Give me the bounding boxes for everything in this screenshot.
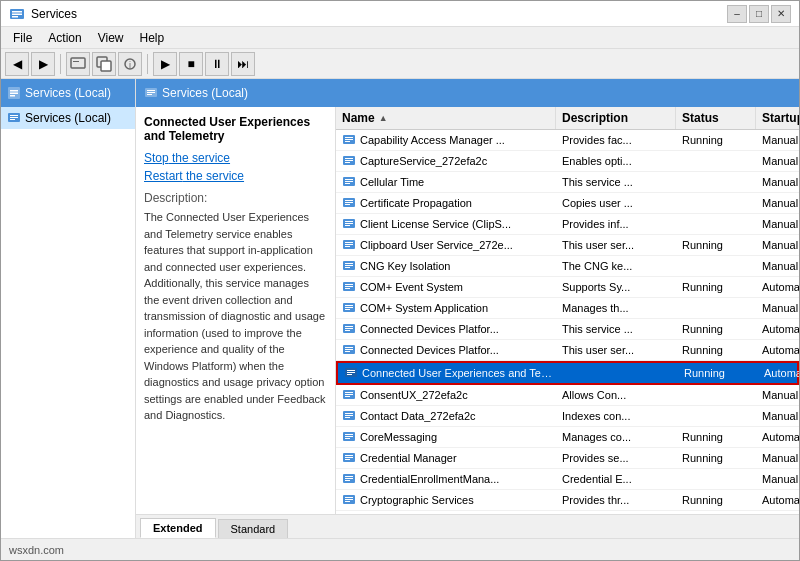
service-name: Credential Manager — [360, 452, 457, 464]
service-row-icon — [344, 366, 358, 380]
forward-button[interactable]: ▶ — [31, 52, 55, 76]
cell-name: CredentialEnrollmentMana... — [336, 469, 556, 489]
service-row-icon — [342, 133, 356, 147]
col-description[interactable]: Description — [556, 107, 676, 129]
svg-rect-72 — [345, 394, 353, 395]
svg-rect-7 — [101, 61, 111, 71]
svg-rect-63 — [345, 347, 353, 348]
col-status[interactable]: Status — [676, 107, 756, 129]
menu-help[interactable]: Help — [132, 29, 173, 47]
table-row[interactable]: Clipboard User Service_272e...This user … — [336, 235, 799, 256]
table-body[interactable]: Capability Access Manager ...Provides fa… — [336, 130, 799, 514]
table-row[interactable]: CoreMessagingManages co...RunningAutomat… — [336, 427, 799, 448]
minimize-button[interactable]: – — [727, 5, 747, 23]
properties-button[interactable]: i — [118, 52, 142, 76]
table-row[interactable]: COM+ Event SystemSupports Sy...RunningAu… — [336, 277, 799, 298]
window-title: Services — [31, 7, 77, 21]
menu-action[interactable]: Action — [40, 29, 89, 47]
table-row[interactable]: CredentialEnrollmentMana...Credential E.… — [336, 469, 799, 490]
cell-startup: Manual (Trig... — [756, 214, 799, 234]
service-row-icon — [342, 238, 356, 252]
table-row[interactable]: COM+ System ApplicationManages th...Manu… — [336, 298, 799, 319]
col-startup[interactable]: Startup Type — [756, 107, 799, 129]
tab-extended[interactable]: Extended — [140, 518, 216, 538]
table-row[interactable]: Certificate PropagationCopies user ...Ma… — [336, 193, 799, 214]
svg-rect-83 — [345, 455, 353, 456]
svg-rect-88 — [345, 478, 353, 479]
table-row[interactable]: Connected Devices Platfor...This service… — [336, 319, 799, 340]
stop-button[interactable]: ■ — [179, 52, 203, 76]
restart-link[interactable]: Restart the service — [144, 169, 327, 183]
service-row-icon — [342, 322, 356, 336]
tab-standard[interactable]: Standard — [218, 519, 289, 538]
cell-name: Client License Service (ClipS... — [336, 214, 556, 234]
svg-rect-25 — [345, 141, 350, 142]
service-name: CaptureService_272efa2c — [360, 155, 487, 167]
svg-rect-11 — [10, 90, 18, 92]
svg-rect-89 — [345, 480, 350, 481]
info-description: The Connected User Experiences and Telem… — [144, 209, 327, 424]
cell-status: Running — [676, 448, 756, 468]
svg-rect-31 — [345, 179, 353, 180]
table-row[interactable]: Credential ManagerProvides se...RunningM… — [336, 448, 799, 469]
cell-status: Running — [678, 363, 758, 383]
main-window: Services – □ ✕ File Action View Help ◀ ▶… — [0, 0, 800, 561]
cell-name: CaptureService_272efa2c — [336, 151, 556, 171]
stop-text: the service — [169, 151, 230, 165]
service-row-icon — [342, 388, 356, 402]
back-button[interactable]: ◀ — [5, 52, 29, 76]
cell-status — [676, 214, 756, 234]
sidebar-item-local[interactable]: Services (Local) — [1, 107, 135, 129]
cell-status — [676, 193, 756, 213]
table-row[interactable]: CaptureService_272efa2cEnables opti...Ma… — [336, 151, 799, 172]
svg-rect-27 — [345, 158, 353, 159]
cell-status — [676, 385, 756, 405]
pause-button[interactable]: ⏸ — [205, 52, 229, 76]
table-row[interactable]: Connected User Experiences and Telemetry… — [336, 361, 799, 385]
table-row[interactable]: Cellular TimeThis service ...Manual (Tri… — [336, 172, 799, 193]
cell-startup: Manual — [756, 130, 799, 150]
play-button[interactable]: ▶ — [153, 52, 177, 76]
cell-description: Allows Con... — [556, 385, 676, 405]
svg-rect-32 — [345, 181, 353, 182]
window-controls: – □ ✕ — [727, 5, 791, 23]
table-row[interactable]: Contact Data_272efa2cIndexes con...Manua… — [336, 406, 799, 427]
new-window-button[interactable] — [92, 52, 116, 76]
menu-file[interactable]: File — [5, 29, 40, 47]
maximize-button[interactable]: □ — [749, 5, 769, 23]
cell-startup: Manual — [756, 469, 799, 489]
cell-status — [676, 406, 756, 426]
svg-rect-76 — [345, 415, 353, 416]
service-row-icon — [342, 217, 356, 231]
svg-rect-85 — [345, 459, 350, 460]
table-row[interactable]: Capability Access Manager ...Provides fa… — [336, 130, 799, 151]
menu-view[interactable]: View — [90, 29, 132, 47]
table-row[interactable]: CNG Key IsolationThe CNG ke...Manual (Tr… — [336, 256, 799, 277]
svg-rect-51 — [345, 284, 353, 285]
cell-status: Running — [676, 235, 756, 255]
cell-status: Running — [676, 277, 756, 297]
cell-description: Provides se... — [556, 448, 676, 468]
cell-name: CoreMessaging — [336, 427, 556, 447]
table-row[interactable]: Connected Devices Platfor...This user se… — [336, 340, 799, 361]
cell-name: Contact Data_272efa2c — [336, 406, 556, 426]
stop-link[interactable]: Stop the service — [144, 151, 327, 165]
svg-rect-45 — [345, 246, 350, 247]
cell-startup: Manual (Trig... — [756, 172, 799, 192]
svg-rect-41 — [345, 225, 350, 226]
table-row[interactable]: Cryptographic ServicesProvides thr...Run… — [336, 490, 799, 511]
col-name[interactable]: Name ▲ — [336, 107, 556, 129]
table-row[interactable]: ConsentUX_272efa2cAllows Con...ManualLoc… — [336, 385, 799, 406]
service-name: Clipboard User Service_272e... — [360, 239, 513, 251]
close-button[interactable]: ✕ — [771, 5, 791, 23]
cell-startup: Automatic (... — [756, 319, 799, 339]
svg-rect-75 — [345, 413, 353, 414]
table-row[interactable]: Client License Service (ClipS...Provides… — [336, 214, 799, 235]
show-console-button[interactable] — [66, 52, 90, 76]
service-name: CNG Key Isolation — [360, 260, 450, 272]
cell-description: Enables opti... — [556, 151, 676, 171]
svg-rect-39 — [345, 221, 353, 222]
svg-rect-59 — [345, 326, 353, 327]
cell-name: Connected Devices Platfor... — [336, 319, 556, 339]
restart-button[interactable]: ⏭ — [231, 52, 255, 76]
